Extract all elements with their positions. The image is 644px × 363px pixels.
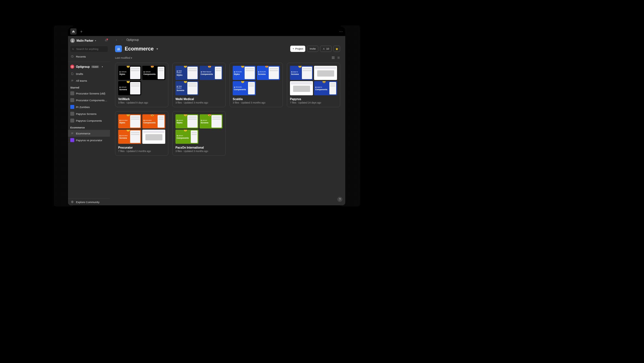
svg-rect-11 [332,56,333,57]
user-menu[interactable]: Malin Parker ▾ [68,36,110,45]
project-card[interactable]: ▣ procuratorStyles 😊 ▣ procuratorCompone… [115,111,168,156]
search-icon [72,48,74,50]
list-view-icon[interactable] [337,56,340,59]
tab-bar: + ··· [68,27,345,36]
thumb-screenshot [142,130,165,144]
thumb-file: ▣ Walki MedicalComponents 😍 [200,66,223,80]
sidebar: Malin Parker ▾ Recents O [68,36,110,205]
sidebar-item-label: Papyrus Screens [76,112,96,115]
project-card[interactable]: ▣ pacsonStyles 😊 ▣ pacsonScreens 😍 ▣ pac… [172,111,226,156]
sidebar-item-drafts[interactable]: Drafts [68,70,110,77]
clock-icon [70,54,74,58]
new-project-button[interactable]: + Project [290,46,305,52]
project-meta: 3 files · Updated 8 days ago [118,101,165,104]
project-title: Papyrus [290,98,337,101]
project-meta: 3 files · Updated 3 months ago [175,150,223,153]
project-title: PacsOn International [175,146,223,149]
project-title: VeliMark [118,98,165,101]
invite-button[interactable]: Invite [307,46,318,52]
members-button[interactable]: 10 [320,46,332,52]
people-icon [70,79,74,83]
sidebar-item-explore-community[interactable]: Explore Community [68,199,110,205]
sidebar-label-explore: Explore Community [76,201,99,204]
home-icon [72,30,75,33]
project-card[interactable]: ▣ SCALDIA.Styles 😊 ▣ SCALDIA.Screens 😍 ▣… [230,63,283,107]
svg-point-3 [72,80,73,81]
sidebar-starred-item[interactable]: Pr Zombies [68,104,110,110]
nav-forward-button[interactable]: › [121,39,124,41]
thumb-file: ▣ papyrusScreens 😊 [290,66,313,80]
thumb-file: ▣ pacsonComponents 🙂 [175,130,198,144]
people-icon [117,47,120,51]
project-title: Walki Medical [175,98,223,101]
org-name: Optigroup [76,65,90,68]
project-color-icon [70,138,74,142]
sidebar-starred-item[interactable]: Papyrus Components [68,117,110,124]
thumb-empty [257,81,280,95]
sidebar-team-item[interactable]: Papyrus vs procurator [68,137,110,143]
thumb-file: ▣ pacsonScreens 😍 [200,114,223,128]
user-name: Malin Parker [77,39,93,42]
plus-icon: + [293,47,294,50]
project-card[interactable]: ▣ Walki MedicalStyles 😊 ▣ Walki MedicalC… [172,63,226,107]
home-tab[interactable] [70,28,77,35]
person-icon [323,48,325,50]
search-field[interactable] [76,47,106,51]
star-button[interactable] [333,46,340,52]
project-color-icon [70,112,74,116]
project-card[interactable]: ▣ velimarkStyles 😊 ▣ velimarkComponents … [115,63,168,107]
sidebar-item-all-teams[interactable]: All teams [68,77,110,84]
project-meta: 7 files · Updated 24 days ago [290,101,337,104]
star-icon [335,47,338,50]
project-color-icon [70,105,74,109]
search-input[interactable] [70,46,108,52]
sidebar-starred-item[interactable]: Papyrus Screens [68,110,110,117]
thumb-file: ▣ procuratorStyles 😊 [118,114,141,128]
org-switcher[interactable]: O Optigroup Guest ▾ [68,62,110,70]
main-content: ‹ › Optigroup Ecommerce ▾ + Project [110,36,345,205]
sidebar-starred-item[interactable]: Procurator Screens (old) [68,90,110,97]
thumb-file: ▣ Walki MedicalStyles 😊 [175,66,198,80]
sidebar-section-ecommerce: Ecommerce [68,124,110,130]
thumb-file: ▣ papyrusComponents 😀 [314,81,337,95]
thumb-file: ▣ procuratorScreens 🙂 [118,130,141,144]
sidebar-label-drafts: Drafts [76,72,83,75]
project-title: Procurator [118,146,165,149]
new-tab-button[interactable]: + [78,28,84,35]
globe-icon [70,200,74,204]
tab-overflow-menu[interactable]: ··· [339,29,343,33]
svg-point-9 [119,48,120,49]
thumb-screenshot [290,81,313,95]
project-color-icon [70,98,74,102]
sidebar-section-starred: Starred [68,84,110,90]
svg-point-8 [117,48,118,49]
help-button[interactable]: ? [337,197,342,202]
thumb-screenshot [314,66,337,80]
svg-point-1 [72,48,73,49]
sidebar-item-label: Papyrus vs procurator [76,139,102,142]
thumb-file: ▣ velimarkStyles 😊 [118,66,141,80]
project-color-icon [70,119,74,123]
thumb-file: ▣ SCALDIA.Styles 😊 [233,66,256,80]
card-thumbnails: ▣ Walki MedicalStyles 😊 ▣ Walki MedicalC… [175,66,223,95]
sidebar-starred-item[interactable]: Procurator Components (old) [68,97,110,104]
project-card[interactable]: ▣ papyrusScreens 😊 ▣ papyrusComponents 😀… [287,63,340,107]
thumb-empty [142,81,165,95]
card-thumbnails: ▣ velimarkStyles 😊 ▣ velimarkComponents … [118,66,165,95]
chevron-down-icon[interactable]: ▾ [156,47,158,51]
project-title: Scaldia [233,98,280,101]
notifications-button[interactable] [105,39,108,43]
thumb-empty [200,81,223,95]
project-meta: 3 files · Updated 3 months ago [175,101,223,104]
sidebar-item-label: Ecommerce [76,132,90,135]
nav-back-button[interactable]: ‹ [115,39,118,41]
sidebar-item-recents[interactable]: Recents [68,53,110,60]
sort-dropdown[interactable]: Last modified ▾ [115,56,132,59]
sidebar-item-label: Procurator Screens (old) [76,92,105,95]
grid-view-icon[interactable] [332,56,335,59]
sidebar-item-label: Papyrus Components [76,119,102,122]
breadcrumb-org[interactable]: Optigroup [126,38,139,41]
file-icon [70,72,74,76]
notification-dot [107,39,108,40]
sidebar-team-item[interactable]: Ecommerce [68,130,110,137]
